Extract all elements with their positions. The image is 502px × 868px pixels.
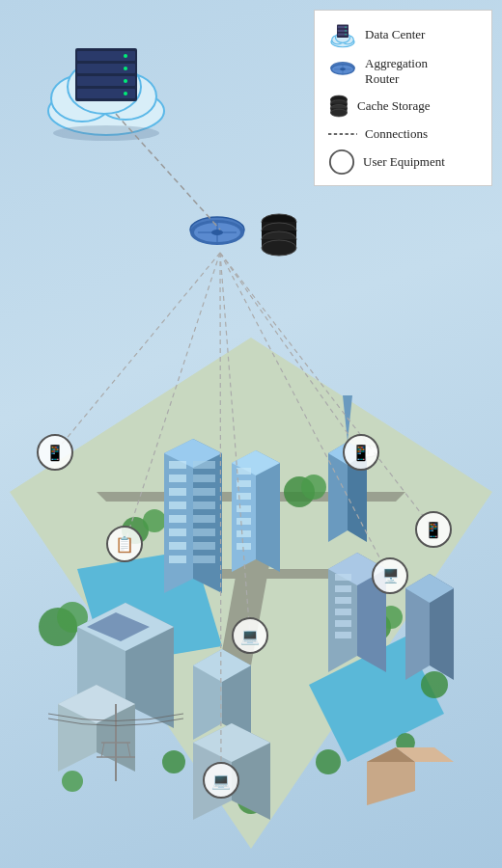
legend-item-datacenter: Data Center <box>328 20 478 49</box>
ue-4: 💻 <box>203 762 239 799</box>
svg-point-45 <box>211 230 223 235</box>
svg-point-8 <box>345 27 346 28</box>
svg-rect-97 <box>193 502 215 509</box>
connections-icon <box>328 129 357 139</box>
legend-label-user-equipment: User Equipment <box>363 154 445 170</box>
svg-rect-86 <box>169 461 186 469</box>
city-map: H <box>0 299 502 858</box>
ue-6: 📱 <box>415 511 452 548</box>
ue-2: 📋 <box>106 526 143 562</box>
svg-rect-101 <box>193 556 215 563</box>
cloud-datacenter-svg <box>29 19 183 145</box>
svg-rect-90 <box>169 515 186 523</box>
svg-rect-91 <box>169 529 186 536</box>
ue-4-icon: 💻 <box>211 772 231 790</box>
city-illustration: H <box>0 299 502 858</box>
svg-rect-126 <box>335 609 351 615</box>
svg-rect-89 <box>169 502 186 509</box>
legend-item-router: AggregationRouter <box>328 56 478 86</box>
svg-rect-87 <box>169 475 186 482</box>
svg-point-35 <box>124 54 127 58</box>
data-center-icon <box>328 20 357 49</box>
legend-box: Data Center AggregationRouter Cache Stor… <box>314 10 492 186</box>
svg-rect-110 <box>237 530 251 537</box>
svg-rect-6 <box>338 30 349 32</box>
svg-point-38 <box>124 92 127 95</box>
legend-label-cache: Cache Storage <box>357 98 430 114</box>
legend-item-cache: Cache Storage <box>328 93 478 120</box>
legend-item-connections: Connections <box>328 126 478 142</box>
svg-rect-123 <box>335 574 351 581</box>
ue-1-icon: 📱 <box>45 444 65 462</box>
ue-6-icon: 📱 <box>424 521 443 539</box>
svg-point-9 <box>345 30 346 31</box>
ue-5-icon: 📱 <box>351 444 371 462</box>
svg-rect-94 <box>193 461 215 469</box>
svg-point-75 <box>421 671 448 698</box>
svg-point-78 <box>316 749 341 774</box>
svg-rect-98 <box>193 515 215 523</box>
svg-point-39 <box>53 125 159 141</box>
svg-point-70 <box>143 509 166 532</box>
ue-2-icon: 📋 <box>115 535 134 554</box>
svg-rect-124 <box>335 585 351 592</box>
svg-rect-99 <box>193 529 215 536</box>
cloud-datacenter-group <box>29 19 183 145</box>
svg-point-82 <box>62 771 83 792</box>
router-cache-group <box>188 210 301 263</box>
svg-rect-93 <box>169 556 186 563</box>
ue-3: 💻 <box>232 617 268 654</box>
legend-label-router: AggregationRouter <box>365 56 428 86</box>
ue-3-icon: 💻 <box>240 627 260 645</box>
svg-rect-125 <box>335 597 351 604</box>
svg-rect-92 <box>169 542 186 550</box>
svg-point-23 <box>330 109 347 117</box>
svg-rect-108 <box>237 505 251 512</box>
ue-7: 🖥️ <box>372 557 408 594</box>
legend-label-connections: Connections <box>365 126 428 142</box>
svg-point-10 <box>345 34 346 35</box>
user-equipment-icon <box>328 149 355 176</box>
svg-rect-5 <box>338 26 349 28</box>
svg-rect-7 <box>338 34 349 36</box>
svg-point-25 <box>330 150 353 174</box>
svg-rect-88 <box>169 488 186 496</box>
svg-point-16 <box>340 68 346 70</box>
svg-rect-128 <box>335 632 351 638</box>
ue-5: 📱 <box>343 434 379 471</box>
cache-icon-main <box>258 210 301 263</box>
legend-label-datacenter: Data Center <box>365 27 425 42</box>
svg-point-37 <box>124 79 127 83</box>
svg-rect-96 <box>193 488 215 496</box>
legend-item-user-equipment: User Equipment <box>328 149 478 176</box>
svg-rect-100 <box>193 542 215 550</box>
svg-point-72 <box>301 475 326 500</box>
aggregation-router-icon <box>328 61 357 82</box>
svg-rect-105 <box>237 468 251 475</box>
svg-point-79 <box>162 750 185 773</box>
svg-rect-95 <box>193 475 215 482</box>
svg-point-36 <box>124 67 127 70</box>
router-icon-main <box>188 210 265 263</box>
svg-point-52 <box>262 240 296 256</box>
svg-rect-109 <box>237 518 251 525</box>
svg-rect-106 <box>237 480 251 487</box>
svg-rect-111 <box>237 543 251 550</box>
svg-rect-107 <box>237 493 251 500</box>
ue-7-icon: 🖥️ <box>382 568 399 584</box>
ue-1: 📱 <box>37 434 73 471</box>
svg-rect-127 <box>335 620 351 627</box>
cache-storage-icon <box>328 93 349 120</box>
